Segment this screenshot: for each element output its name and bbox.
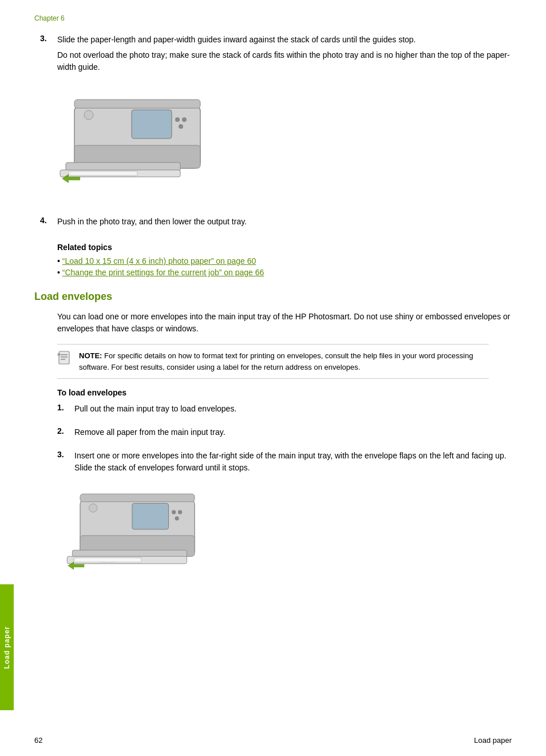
step-4-number: 4. [40,216,57,231]
step-4-block: 4. Push in the photo tray, and then lowe… [34,216,512,231]
load-envelopes-section: Load envelopes You can load one or more … [34,291,512,605]
svg-point-21 [178,510,182,514]
svg-rect-10 [74,100,200,108]
related-topic-item-1: “Load 10 x 15 cm (4 x 6 inch) photo pape… [57,256,512,266]
svg-point-4 [182,117,187,122]
page-footer: 62 Load paper [34,736,512,745]
step-3-sub: Do not overload the photo tray; make sur… [57,49,512,73]
related-topics: Related topics “Load 10 x 15 cm (4 x 6 i… [57,243,512,277]
svg-rect-29 [80,494,195,502]
printer-image-1 [57,88,512,204]
related-topics-list: “Load 10 x 15 cm (4 x 6 inch) photo pape… [57,256,512,277]
svg-rect-28 [75,558,141,561]
env-step-1-number: 1. [57,403,74,418]
svg-rect-14 [61,357,68,358]
env-step-1-block: 1. Pull out the main input tray to load … [57,403,512,418]
env-step-3-main: Insert one or more envelopes into the fa… [74,450,512,474]
sidebar-label-bar: Load paper [0,584,14,710]
related-topic-link-2[interactable]: “Change the print settings for the curre… [62,268,264,277]
svg-rect-15 [61,359,65,360]
env-step-2-main: Remove all paper from the main input tra… [74,426,512,438]
svg-point-20 [172,510,176,514]
svg-point-22 [175,516,179,520]
svg-point-30 [89,504,97,512]
env-step-1-main: Pull out the main input tray to load env… [74,403,512,415]
footer-section-label: Load paper [474,736,512,745]
env-step-2-block: 2. Remove all paper from the main input … [57,426,512,442]
envelope-steps-list: 1. Pull out the main input tray to load … [57,403,512,477]
svg-rect-16 [58,354,60,355]
related-topic-item-2: “Change the print settings for the curre… [57,268,512,277]
sidebar-label-text: Load paper [3,626,11,669]
svg-rect-12 [59,351,69,364]
env-step-2-number: 2. [57,426,74,442]
printer-image-2 [57,489,512,605]
env-step-3-content: Insert one or more envelopes into the fa… [74,450,512,477]
step-4-content: Push in the photo tray, and then lower t… [57,216,512,231]
env-step-3-number: 3. [57,450,74,477]
note-box: NOTE: For specific details on how to for… [57,344,489,379]
chapter-label: Chapter 6 [34,14,512,22]
page-number: 62 [34,736,42,745]
step-4-main: Push in the photo tray, and then lower t… [57,216,512,228]
related-topic-link-1[interactable]: “Load 10 x 15 cm (4 x 6 inch) photo pape… [62,256,256,266]
note-icon [57,350,73,373]
svg-point-11 [84,110,93,120]
note-text: NOTE: For specific details on how to for… [79,350,489,373]
env-step-3-block: 3. Insert one or more envelopes into the… [57,450,512,477]
svg-rect-9 [70,172,136,175]
note-label: NOTE: [79,351,102,360]
printer-illustration-1 [57,88,217,203]
note-body: For specific details on how to format te… [79,351,473,371]
env-step-2-content: Remove all paper from the main input tra… [74,426,512,442]
step-3-block: 3. Slide the paper-length and paper-widt… [34,34,512,77]
printer-illustration-2 [57,489,217,603]
to-load-envelopes-title: To load envelopes [57,388,512,397]
load-envelopes-intro: You can load one or more envelopes into … [57,311,512,335]
env-step-1-content: Pull out the main input tray to load env… [74,403,512,418]
svg-rect-19 [132,503,169,529]
svg-point-3 [175,117,180,122]
page-container: Chapter 6 3. Slide the paper-length and … [0,0,546,756]
step-3-main: Slide the paper-length and paper-width g… [57,34,512,46]
step-3-content: Slide the paper-length and paper-width g… [57,34,512,77]
svg-rect-13 [61,354,68,355]
load-envelopes-heading: Load envelopes [34,291,512,303]
related-topics-title: Related topics [57,243,512,252]
svg-rect-2 [132,110,172,138]
svg-point-5 [179,124,183,129]
step-3-number: 3. [40,34,57,77]
